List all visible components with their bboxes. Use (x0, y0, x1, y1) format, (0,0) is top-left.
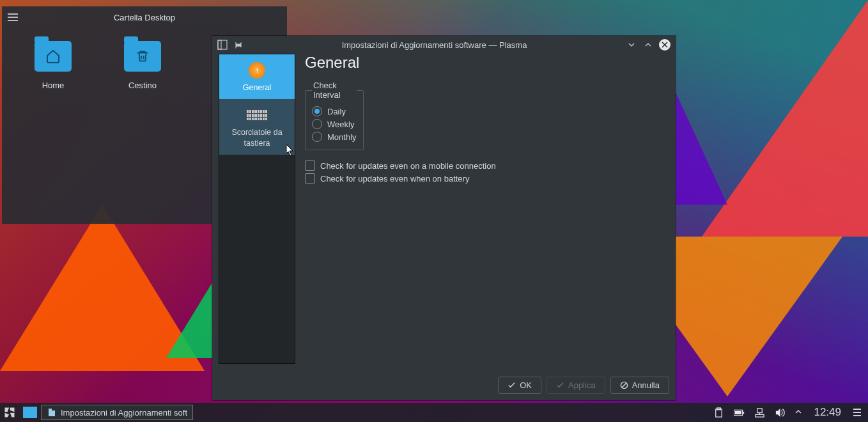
folder-menu-icon[interactable] (2, 13, 24, 21)
radio-input[interactable] (312, 119, 322, 129)
page-title: General (305, 54, 669, 72)
radio-input[interactable] (312, 132, 322, 142)
button-label: Annulla (632, 380, 660, 390)
check-interval-group: Check Interval Daily Weekly Monthly (305, 81, 364, 150)
button-label: OK (520, 380, 532, 390)
svg-rect-5 (716, 409, 722, 416)
radio-monthly[interactable]: Monthly (312, 132, 357, 142)
update-icon: ↑ (222, 61, 292, 80)
checkbox-battery[interactable]: Check for updates even when on battery (305, 173, 669, 184)
settings-dialog: Impostazioni di Aggiornamenti software —… (212, 36, 676, 400)
check-interval-legend: Check Interval (312, 81, 357, 100)
clock[interactable]: 12:49 (811, 406, 844, 419)
taskbar-entry-settings[interactable]: Impostazioni di Aggiornamenti soft (41, 405, 193, 420)
folder-view-title: Cartella Desktop (24, 13, 287, 22)
volume-icon[interactable] (774, 407, 786, 418)
network-icon[interactable] (754, 407, 765, 418)
application-launcher[interactable] (0, 403, 19, 422)
dialog-button-row: OK Applica Annulla (212, 370, 676, 400)
svg-rect-1 (218, 40, 221, 49)
desktop-icon-label: Cestino (120, 81, 165, 90)
virtual-desktop-pager[interactable] (23, 407, 37, 418)
taskbar-entry-label: Impostazioni di Aggiornamenti soft (61, 408, 187, 418)
svg-rect-9 (743, 411, 744, 413)
maximize-button[interactable] (642, 39, 654, 51)
clipboard-icon[interactable] (713, 407, 724, 418)
window-titlebar[interactable]: Impostazioni di Aggiornamenti software —… (212, 36, 676, 54)
ok-button[interactable]: OK (498, 377, 541, 394)
pin-icon[interactable] (233, 40, 243, 50)
sidebar-item-label: General (222, 82, 292, 93)
checkbox-input[interactable] (305, 160, 315, 171)
sidebar-item-general[interactable]: ↑ General (219, 54, 295, 99)
panel-options-icon[interactable] (853, 409, 862, 416)
sidebar-item-label: Scorciatoie da tastiera (222, 127, 292, 148)
checkbox-mobile[interactable]: Check for updates even on a mobile conne… (305, 160, 669, 171)
window-menu-icon[interactable] (217, 40, 228, 50)
svg-rect-0 (218, 40, 227, 49)
tray-expand-icon[interactable] (794, 408, 802, 418)
keyboard-icon (222, 106, 292, 125)
radio-weekly[interactable]: Weekly (312, 119, 357, 129)
radio-input[interactable] (312, 106, 322, 116)
radio-label: Daily (327, 107, 346, 116)
sidebar-item-shortcuts[interactable]: Scorciatoie da tastiera (219, 99, 295, 155)
checkbox-input[interactable] (305, 173, 315, 184)
desktop-icon-trash[interactable]: Cestino (120, 41, 165, 90)
svg-rect-3 (49, 409, 52, 416)
checkbox-label: Check for updates even on a mobile conne… (320, 161, 496, 171)
settings-sidebar: ↑ General Scorciatoie da tastiera (219, 54, 295, 364)
apply-button: Applica (546, 377, 605, 394)
svg-rect-10 (756, 414, 764, 417)
svg-rect-4 (52, 410, 55, 416)
settings-icon (47, 407, 57, 418)
taskbar: Impostazioni di Aggiornamenti soft 12:49 (0, 403, 868, 422)
checkbox-label: Check for updates even when on battery (320, 174, 469, 184)
radio-label: Weekly (327, 120, 354, 129)
battery-icon[interactable] (733, 407, 745, 418)
radio-daily[interactable]: Daily (312, 106, 357, 116)
svg-rect-8 (735, 410, 741, 414)
system-tray: 12:49 (706, 406, 868, 419)
cancel-button[interactable]: Annulla (610, 377, 669, 394)
desktop-icon-home[interactable]: Home (31, 41, 75, 90)
radio-label: Monthly (327, 132, 357, 142)
desktop-icon-label: Home (31, 81, 75, 90)
svg-rect-11 (757, 408, 763, 412)
window-title: Impostazioni di Aggiornamenti software —… (249, 40, 619, 50)
minimize-button[interactable] (626, 39, 637, 51)
button-label: Applica (568, 380, 596, 390)
close-button[interactable] (659, 39, 670, 51)
